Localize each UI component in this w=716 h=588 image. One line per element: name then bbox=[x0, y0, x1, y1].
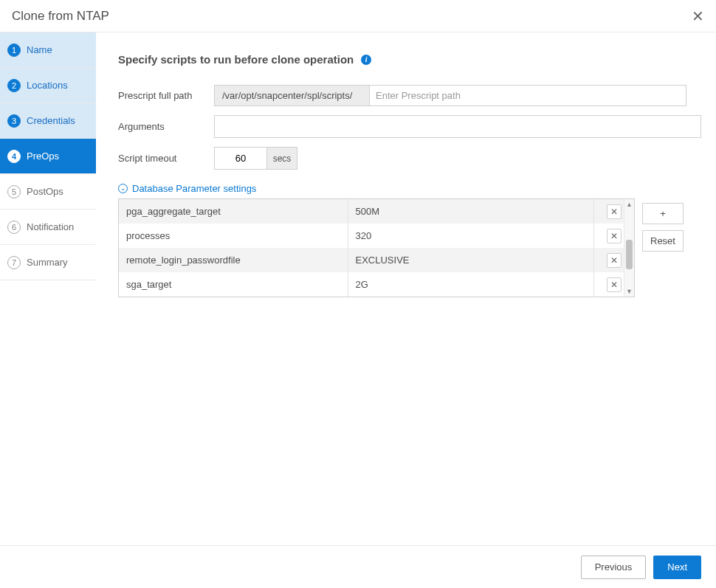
wizard-step-credentials[interactable]: 3Credentials bbox=[0, 103, 96, 139]
wizard-sidebar: 1Name2Locations3Credentials4PreOps5PostO… bbox=[0, 32, 96, 545]
dialog-header: Clone from NTAP ✕ bbox=[0, 0, 716, 32]
prescript-path-prefix: /var/opt/snapcenter/spl/scripts/ bbox=[215, 86, 370, 106]
wizard-step-postops[interactable]: 5PostOps bbox=[0, 174, 96, 210]
dialog-title: Clone from NTAP bbox=[12, 9, 109, 24]
scroll-up-icon[interactable]: ▲ bbox=[624, 199, 634, 210]
step-label: PostOps bbox=[27, 186, 63, 197]
next-label: Next bbox=[667, 561, 687, 573]
label-prescript-path: Prescript full path bbox=[118, 90, 214, 101]
table-row: sga_target2G✕ bbox=[119, 272, 634, 297]
row-arguments: Arguments bbox=[118, 115, 701, 138]
step-number: 5 bbox=[7, 185, 21, 198]
add-param-button[interactable]: + bbox=[642, 203, 684, 224]
params-scrollbar[interactable]: ▲ ▼ bbox=[624, 199, 634, 297]
row-prescript-path: Prescript full path /var/opt/snapcenter/… bbox=[118, 85, 701, 106]
param-value[interactable]: 320 bbox=[348, 224, 593, 248]
db-params-table: pga_aggregate_target500M✕processes320✕re… bbox=[118, 198, 635, 297]
label-timeout: Script timeout bbox=[118, 153, 214, 164]
previous-button[interactable]: Previous bbox=[581, 556, 647, 579]
dialog-body: 1Name2Locations3Credentials4PreOps5PostO… bbox=[0, 32, 716, 545]
row-timeout: Script timeout secs bbox=[118, 147, 701, 170]
reset-label: Reset bbox=[650, 235, 675, 246]
param-name[interactable]: sga_target bbox=[119, 272, 348, 297]
page-heading-text: Specify scripts to run before clone oper… bbox=[118, 53, 354, 66]
db-params-side-buttons: + Reset bbox=[642, 203, 684, 252]
step-label: Credentials bbox=[27, 115, 75, 126]
step-number: 7 bbox=[7, 256, 21, 269]
prescript-path-input[interactable] bbox=[370, 86, 686, 106]
page-heading: Specify scripts to run before clone oper… bbox=[118, 53, 701, 66]
wizard-step-locations[interactable]: 2Locations bbox=[0, 68, 96, 103]
delete-row-button[interactable]: ✕ bbox=[607, 277, 622, 292]
step-number: 6 bbox=[7, 221, 21, 234]
chevron-down-icon: ⌄ bbox=[118, 184, 128, 193]
scroll-thumb[interactable] bbox=[626, 240, 633, 269]
info-icon[interactable]: i bbox=[361, 55, 371, 65]
delete-row-button[interactable]: ✕ bbox=[607, 253, 622, 268]
table-row: pga_aggregate_target500M✕ bbox=[119, 199, 634, 224]
timeout-unit: secs bbox=[266, 148, 297, 169]
param-name[interactable]: processes bbox=[119, 224, 348, 248]
main-panel: Specify scripts to run before clone oper… bbox=[96, 32, 716, 545]
step-number: 4 bbox=[7, 150, 21, 163]
plus-icon: + bbox=[660, 208, 666, 219]
step-number: 2 bbox=[7, 79, 21, 92]
next-button[interactable]: Next bbox=[653, 556, 701, 579]
wizard-step-notification[interactable]: 6Notification bbox=[0, 210, 96, 245]
step-label: Notification bbox=[27, 221, 74, 232]
timeout-input[interactable] bbox=[215, 148, 266, 169]
db-params-toggle[interactable]: ⌄ Database Parameter settings bbox=[118, 183, 701, 194]
arguments-input[interactable] bbox=[214, 115, 701, 138]
param-value[interactable]: 2G bbox=[348, 272, 593, 297]
table-row: remote_login_passwordfileEXCLUSIVE✕ bbox=[119, 248, 634, 272]
table-row: processes320✕ bbox=[119, 224, 634, 248]
dialog-footer: Previous Next bbox=[0, 545, 716, 588]
step-label: Summary bbox=[27, 257, 68, 268]
wizard-step-preops[interactable]: 4PreOps bbox=[0, 139, 96, 174]
previous-label: Previous bbox=[595, 561, 633, 573]
db-params-title: Database Parameter settings bbox=[132, 183, 256, 194]
timeout-group: secs bbox=[214, 147, 297, 170]
step-number: 1 bbox=[7, 44, 21, 57]
step-label: Name bbox=[27, 44, 52, 55]
param-value[interactable]: EXCLUSIVE bbox=[348, 248, 593, 272]
param-name[interactable]: pga_aggregate_target bbox=[119, 199, 348, 224]
close-icon[interactable]: ✕ bbox=[692, 9, 704, 24]
param-name[interactable]: remote_login_passwordfile bbox=[119, 248, 348, 272]
scroll-down-icon[interactable]: ▼ bbox=[624, 286, 634, 297]
prescript-path-group: /var/opt/snapcenter/spl/scripts/ bbox=[214, 85, 686, 106]
label-arguments: Arguments bbox=[118, 121, 214, 132]
db-params-area: pga_aggregate_target500M✕processes320✕re… bbox=[118, 198, 701, 297]
step-label: PreOps bbox=[27, 151, 59, 162]
param-value[interactable]: 500M bbox=[348, 199, 593, 224]
wizard-step-name[interactable]: 1Name bbox=[0, 32, 96, 68]
delete-row-button[interactable]: ✕ bbox=[607, 229, 622, 243]
wizard-step-summary[interactable]: 7Summary bbox=[0, 245, 96, 280]
reset-params-button[interactable]: Reset bbox=[642, 230, 684, 252]
delete-row-button[interactable]: ✕ bbox=[607, 204, 622, 219]
step-number: 3 bbox=[7, 114, 21, 128]
step-label: Locations bbox=[27, 80, 68, 91]
